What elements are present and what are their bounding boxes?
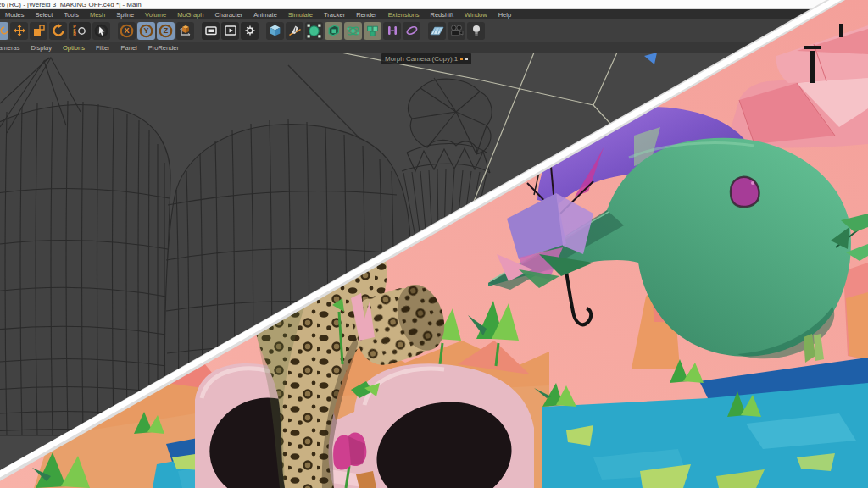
symmetry-tool-button[interactable] [383, 22, 401, 40]
menu-item-spline[interactable]: Spline [116, 11, 134, 19]
menu-item-tools[interactable]: Tools [64, 11, 79, 19]
light-object-button[interactable] [467, 22, 485, 40]
spline-arc-button[interactable] [403, 22, 420, 40]
wireframe-geometry [0, 58, 492, 435]
menu-item-select[interactable]: Select [36, 11, 53, 19]
app-window: 26 (RC) - [Wereld 3_MAKING OFF.c4d *] - … [0, 0, 868, 488]
live-selection-icon [94, 24, 108, 38]
menu-item-modes[interactable]: Modes [5, 11, 25, 19]
menu-item-help[interactable]: Help [498, 11, 511, 19]
render-settings-icon [243, 24, 257, 37]
viewport-canvas[interactable] [0, 53, 868, 488]
vp-menu-display[interactable]: Display [31, 44, 52, 52]
camera-icon [449, 24, 464, 38]
psr-tool-button[interactable]: PSR [69, 22, 91, 40]
symmetry-icon [386, 24, 399, 37]
menu-item-window[interactable]: Window [465, 11, 487, 19]
psr-label: PSR [73, 25, 76, 36]
spline-arc-icon [405, 24, 419, 37]
render-view-icon [204, 24, 218, 37]
viewport-axis-marker [644, 53, 657, 64]
atom-array-icon [346, 24, 360, 38]
cube-in-cube-icon [326, 24, 341, 38]
menu-item-animate[interactable]: Animate [253, 11, 277, 19]
rotate-icon [52, 24, 65, 37]
axis-x-button[interactable]: X [118, 22, 136, 40]
primitive-cube-icon [268, 24, 282, 38]
render-picture-viewer-button[interactable] [221, 22, 239, 40]
vp-menu-panel[interactable]: Panel [121, 44, 137, 52]
cluster-button[interactable] [364, 22, 381, 40]
spline-pen-button[interactable] [286, 22, 303, 40]
live-selection-button[interactable] [92, 22, 110, 40]
render-settings-button[interactable] [241, 22, 259, 40]
atom-array-button[interactable] [344, 22, 362, 40]
menu-item-tracker[interactable]: Tracker [324, 11, 345, 19]
scale-icon [32, 24, 46, 37]
undo-icon [0, 24, 8, 37]
floor-object-button[interactable] [428, 22, 446, 40]
vp-menu-cameras[interactable]: Cameras [0, 44, 19, 52]
vp-menu-options[interactable]: Options [63, 44, 85, 52]
menu-item-render[interactable]: Render [356, 11, 377, 19]
subdivision-surface-icon [307, 24, 321, 38]
rotate-tool-button[interactable] [49, 22, 67, 40]
axis-y-label: Y [137, 22, 155, 40]
menu-item-mesh[interactable]: Mesh [90, 11, 105, 19]
render-picture-viewer-icon [224, 24, 237, 37]
light-bulb-icon [470, 24, 483, 37]
viewport-menu-bar: Cameras Display Options Filter Panel Pro… [0, 42, 868, 53]
coordinate-system-button[interactable] [176, 22, 194, 40]
undo-button[interactable] [0, 22, 8, 40]
scale-tool-button[interactable] [30, 22, 47, 40]
axis-z-label: Z [157, 22, 175, 40]
menu-bar: Modes Select Tools Mesh Spline Volume Mo… [0, 9, 868, 19]
axis-x-label: X [118, 22, 136, 40]
axis-y-button[interactable]: Y [137, 22, 155, 40]
floor-grid-icon [430, 24, 444, 38]
vp-menu-prorender[interactable]: ProRender [148, 44, 179, 52]
vp-menu-filter[interactable]: Filter [96, 44, 110, 52]
camera-label-icon [460, 58, 463, 60]
camera-label-text: Morph Camera (Copy).1 [385, 55, 458, 63]
render-view-button[interactable] [202, 22, 220, 40]
menu-item-character[interactable]: Character [214, 11, 242, 19]
move-icon [13, 24, 26, 37]
subdivision-surface-button[interactable] [305, 22, 323, 40]
menu-item-extensions[interactable]: Extensions [388, 11, 420, 19]
viewport-camera-label[interactable]: Morph Camera (Copy).1 [381, 53, 471, 64]
title-bar: 26 (RC) - [Wereld 3_MAKING OFF.c4d *] - … [0, 0, 868, 9]
cluster-cubes-icon [365, 24, 380, 38]
axis-z-button[interactable]: Z [157, 22, 175, 40]
menu-item-redshift[interactable]: Redshift [430, 11, 453, 19]
menu-item-simulate[interactable]: Simulate [288, 11, 313, 19]
window-title: 26 (RC) - [Wereld 3_MAKING OFF.c4d *] - … [0, 1, 142, 8]
menu-item-mograph[interactable]: MoGraph [177, 11, 203, 19]
spline-pen-icon [288, 24, 302, 37]
main-toolbar: PSR X Y Z [0, 19, 868, 42]
add-primitive-cube-button[interactable] [266, 22, 284, 40]
menu-item-volume[interactable]: Volume [145, 11, 166, 19]
psr-ring-icon [77, 26, 86, 36]
coordinate-system-icon [179, 24, 192, 37]
camera-object-button[interactable] [448, 22, 465, 40]
move-tool-button[interactable] [10, 22, 28, 40]
instance-object-button[interactable] [325, 22, 342, 40]
camera-label-icon2 [465, 58, 468, 60]
ice-cream-wireframe [402, 78, 492, 241]
